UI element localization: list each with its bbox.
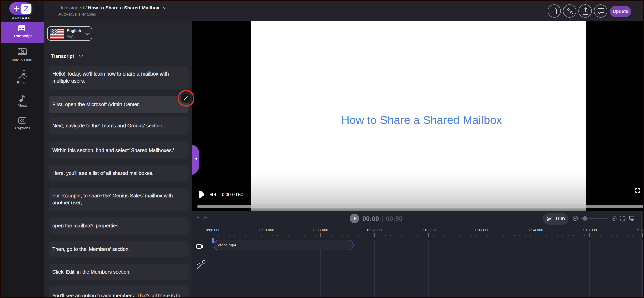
svg-text:CC: CC	[20, 119, 25, 122]
